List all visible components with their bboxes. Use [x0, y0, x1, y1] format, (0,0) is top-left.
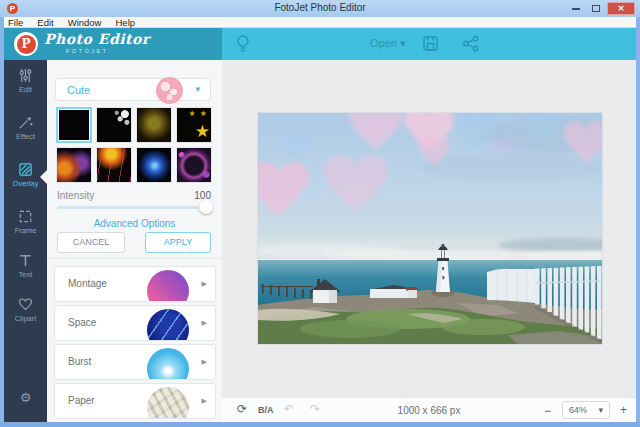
chevron-right-icon: ▶	[202, 358, 207, 366]
overlay-thumb-white-hearts-corner[interactable]	[96, 107, 132, 143]
save-icon[interactable]	[422, 35, 439, 56]
group-montage[interactable]: Montage ▶	[54, 266, 216, 302]
overlay-thumb-orange-purple-nebula[interactable]	[56, 147, 92, 183]
maximize-icon	[592, 5, 600, 12]
zoom-out-button[interactable]: −	[544, 404, 551, 418]
menu-file[interactable]: File	[8, 17, 23, 28]
advanced-options-link[interactable]: Advanced Options	[47, 218, 222, 229]
close-button[interactable]: ✕	[607, 2, 635, 15]
cancel-button[interactable]: CANCEL	[57, 232, 125, 253]
chevron-right-icon: ▶	[202, 397, 207, 405]
chevron-down-icon: ▾	[400, 37, 406, 49]
brand-subtitle: FOTOJET	[66, 48, 108, 54]
apply-button[interactable]: APPLY	[145, 232, 211, 253]
montage-preview	[147, 270, 189, 302]
canvas-area	[222, 60, 636, 397]
close-icon: ✕	[618, 4, 625, 13]
tips-lightbulb-icon[interactable]	[234, 34, 252, 58]
group-paper[interactable]: Paper ▶	[54, 383, 216, 419]
window-border-bottom	[0, 422, 640, 427]
share-icon[interactable]	[462, 35, 480, 56]
group-space[interactable]: Space ▶	[54, 305, 216, 341]
chevron-right-icon: ▶	[202, 280, 207, 288]
overlay-thumbnail-grid	[56, 107, 212, 183]
overlay-thumb-firework-streaks[interactable]	[96, 147, 132, 183]
overlay-thumb-red-blue-hearts[interactable]	[56, 107, 92, 143]
chevron-right-icon: ▶	[202, 319, 207, 327]
slider-handle[interactable]	[199, 200, 213, 214]
overlay-thumb-blue-sparkles[interactable]	[136, 147, 172, 183]
category-preview-thumb	[156, 77, 183, 104]
menu-help[interactable]: Help	[115, 17, 135, 28]
brand-logo: P	[14, 32, 38, 56]
status-bar: ⟳ B/A ↶ ↷ 1000 x 666 px − 64% ▾ +	[222, 397, 636, 422]
menu-edit[interactable]: Edit	[37, 17, 53, 28]
intensity-label: Intensity	[57, 190, 94, 201]
zoom-level-dropdown[interactable]: 64% ▾	[562, 401, 610, 419]
sidebar-item-edit[interactable]: Edit	[4, 68, 47, 100]
chevron-down-icon: ▾	[598, 405, 603, 415]
tool-sidebar: Edit Effect Overlay Frame Text Clipart ⚙	[4, 60, 47, 422]
menu-window[interactable]: Window	[68, 17, 102, 28]
overlay-thumb-gold-stars[interactable]	[176, 107, 212, 143]
overlay-panel: Cute ▾ Intensity 100 Advanced Options CA…	[47, 60, 222, 422]
sidebar-item-clipart[interactable]: Clipart	[4, 297, 47, 329]
category-dropdown[interactable]: Cute ▾	[55, 78, 211, 101]
brand-name: Photo Editor	[44, 31, 150, 47]
intensity-row: Intensity 100	[57, 190, 211, 201]
intensity-slider[interactable]	[57, 206, 211, 209]
sidebar-item-text[interactable]: Text	[4, 253, 47, 285]
window-border-left	[0, 17, 4, 422]
minimize-icon	[572, 8, 580, 10]
header-brand-section: P Photo Editor FOTOJET	[4, 28, 222, 60]
burst-preview	[147, 348, 189, 380]
overlay-group-list: Montage ▶ Space ▶ Burst ▶ Paper ▶	[47, 258, 222, 422]
sidebar-item-effect[interactable]: Effect	[4, 115, 47, 147]
sidebar-item-frame[interactable]: Frame	[4, 209, 47, 241]
group-burst[interactable]: Burst ▶	[54, 344, 216, 380]
open-button[interactable]: Open ▾	[370, 37, 406, 50]
paper-preview	[147, 387, 189, 419]
photo-lighthouse-with-hearts[interactable]	[258, 113, 602, 344]
active-panel-notch	[40, 170, 47, 184]
window-border-right	[636, 17, 640, 422]
settings-gear-icon[interactable]: ⚙	[4, 390, 47, 405]
window-title: FotoJet Photo Editor	[0, 2, 640, 13]
zoom-level-value: 64%	[569, 405, 587, 415]
intensity-value: 100	[194, 190, 211, 201]
chevron-down-icon: ▾	[195, 84, 200, 94]
minimize-button[interactable]	[567, 2, 585, 15]
overlay-thumb-gold-dust[interactable]	[136, 107, 172, 143]
maximize-button[interactable]	[587, 2, 605, 15]
header-toolbar: Open ▾	[222, 28, 636, 60]
title-bar[interactable]: P FotoJet Photo Editor ✕	[0, 0, 640, 17]
menu-bar: File Edit Window Help	[0, 17, 640, 28]
zoom-in-button[interactable]: +	[620, 403, 627, 417]
space-preview	[147, 309, 189, 341]
overlay-thumb-purple-bokeh-ring[interactable]	[176, 147, 212, 183]
category-value: Cute	[67, 84, 90, 96]
